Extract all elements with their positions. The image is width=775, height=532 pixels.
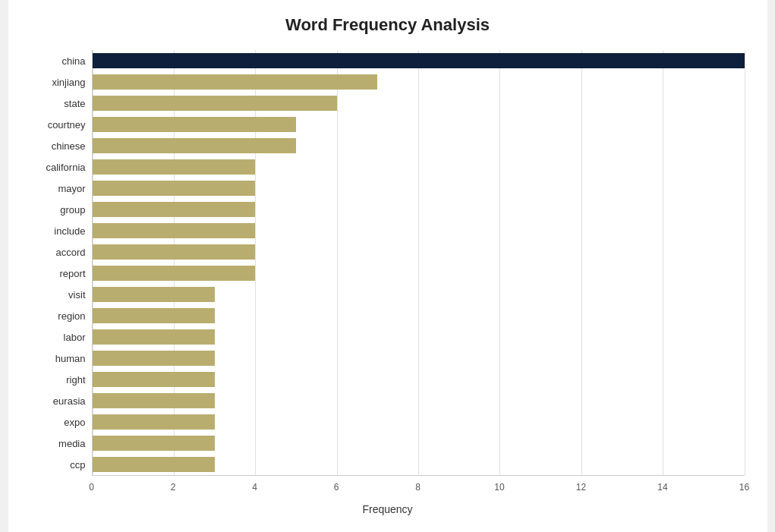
y-label-media: media [31,433,92,454]
chart-container: Word Frequency Analysis chinaxinjiangsta… [8,0,767,532]
bars-section: chinaxinjiangstatecourtneychinesecalifor… [31,50,745,476]
y-labels: chinaxinjiangstatecourtneychinesecalifor… [31,50,92,476]
bar-california [93,159,256,175]
bar-state [93,96,337,111]
bar-row-labor [93,326,745,348]
bar-chinese [93,138,296,153]
chart-title: Word Frequency Analysis [31,15,745,35]
x-axis-title: Frequency [31,503,745,515]
bar-row-china [93,50,745,71]
bar-row-state [93,93,745,114]
y-label-eurasia: eurasia [31,390,92,411]
bar-row-chinese [93,135,745,156]
bar-row-xinjiang [93,71,745,93]
y-label-accord: accord [31,241,92,263]
bar-accord [93,244,256,260]
y-label-mayor: mayor [31,178,92,199]
bar-courtney [93,117,296,132]
bar-row-group [93,199,745,220]
chart-area: chinaxinjiangstatecourtneychinesecalifor… [31,50,745,515]
y-label-china: china [31,50,92,71]
bar-row-mayor [93,178,745,199]
x-label-2: 2 [171,482,176,493]
y-label-human: human [31,348,92,369]
x-label-0: 0 [89,482,94,493]
bar-expo [93,414,215,430]
bar-row-courtney [93,114,745,135]
y-label-xinjiang: xinjiang [31,71,92,93]
x-axis-labels: 0246810121416 [92,479,745,502]
bar-row-human [93,348,745,369]
bar-group [93,202,256,217]
y-label-report: report [31,263,92,284]
bar-row-region [93,305,745,326]
y-label-region: region [31,305,92,326]
y-label-courtney: courtney [31,114,92,135]
bar-row-accord [93,241,745,263]
grid-line-16 [745,50,745,475]
y-label-california: california [31,156,92,178]
x-label-8: 8 [415,482,421,493]
bar-row-right [93,369,745,390]
x-label-16: 16 [739,482,749,493]
bar-eurasia [93,393,215,408]
y-label-include: include [31,220,92,241]
y-label-chinese: chinese [31,135,92,156]
y-label-group: group [31,199,92,220]
bar-visit [93,287,215,302]
bar-china [93,53,745,68]
y-label-visit: visit [31,284,92,305]
x-label-12: 12 [576,482,586,493]
bar-right [93,372,215,387]
bar-row-report [93,263,745,284]
x-label-10: 10 [494,482,504,493]
bar-row-expo [93,411,745,433]
bars-area [92,50,745,476]
y-label-ccp: ccp [31,454,92,475]
bar-row-eurasia [93,390,745,411]
bars-list [93,50,745,475]
bar-ccp [93,457,215,472]
bar-row-media [93,433,745,454]
bar-mayor [93,181,256,196]
bar-xinjiang [93,74,378,90]
bar-labor [93,329,215,345]
y-label-expo: expo [31,411,92,433]
y-label-right: right [31,369,92,390]
y-label-state: state [31,93,92,114]
bar-region [93,308,215,323]
bar-human [93,351,215,366]
y-label-labor: labor [31,326,92,348]
x-label-4: 4 [252,482,257,493]
x-label-6: 6 [334,482,339,493]
x-label-14: 14 [657,482,667,493]
bar-row-ccp [93,454,745,475]
bar-row-include [93,220,745,241]
bar-row-visit [93,284,745,305]
bar-include [93,223,256,238]
bar-media [93,436,215,451]
bar-row-california [93,156,745,178]
bar-report [93,266,256,281]
x-axis-section: 0246810121416 [31,479,745,502]
